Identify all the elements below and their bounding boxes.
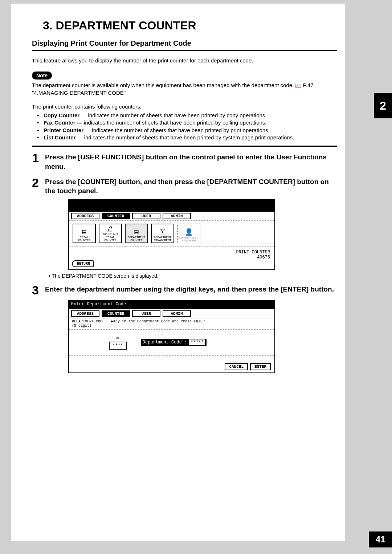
keypad-value[interactable]: **** [109, 342, 127, 350]
printout-total-button[interactable]: 🖨PRINT OUT TOTAL COUNTER [99, 224, 122, 243]
total-counter-button[interactable]: ▤TOTAL COUNTER [73, 224, 96, 243]
return-button[interactable]: RETURN [72, 260, 94, 267]
step-2: 2 Press the [COUNTER] button, and then p… [32, 176, 337, 196]
tab-counter[interactable]: COUNTER [102, 310, 130, 317]
tab-user[interactable]: USER [132, 213, 160, 219]
counter-name: Fax Counter [44, 119, 75, 126]
step-2-sub: • The DEPARTMENT CODE screen is displaye… [49, 273, 337, 279]
icon-label: TOTAL COUNTER [73, 236, 95, 242]
screenshot-body: ADDRESS COUNTER USER ADMIN DEPARTMENT CO… [69, 309, 274, 372]
screenshot-dept-code-entry: Enter Department Code ADDRESS COUNTER US… [68, 300, 275, 373]
print-counter-label: PRINT COUNTER [236, 250, 270, 255]
step-text: Press the [USER FUNCTIONS] button on the… [45, 152, 337, 171]
enter-button[interactable]: ENTER [250, 363, 271, 370]
counter-item: Printer Counter — indicates the number o… [39, 127, 337, 134]
dept-counter-icon: ▤ [135, 229, 139, 235]
counter-item: Copy Counter — indicates the number of s… [39, 112, 337, 119]
tab-address[interactable]: ADDRESS [71, 310, 99, 317]
book-icon: 📖 [295, 82, 301, 89]
icon-label: DEPARTMENT COUNTER [126, 236, 147, 242]
chapter-tab: 2 [374, 93, 392, 118]
counter-name: List Counter [44, 134, 75, 140]
step-number: 2 [32, 176, 45, 196]
tab-counter[interactable]: COUNTER [102, 213, 130, 219]
dialog-title: Enter Department Code [71, 302, 126, 307]
header-band: 3. DEPARTMENT COUNTER [11, 4, 345, 33]
dept-code-display: Department Code : ***** [141, 339, 207, 346]
counter-name: Copy Counter [44, 112, 79, 118]
printer-icon: 🖨 [107, 226, 114, 232]
counter-desc: — indicates the number of sheets that ha… [83, 127, 270, 133]
dept-code-value: ***** [189, 339, 205, 345]
counter-name: Printer Counter [44, 127, 83, 133]
dialog-buttons: CANCEL ENTER [225, 363, 271, 370]
icon-label: DEPARTMENT MANAGEMENT [152, 236, 173, 242]
icon-button-row: ▤TOTAL COUNTER 🖨PRINT OUT TOTAL COUNTER … [69, 221, 274, 247]
counter-desc: — indicates the number of sheets that ha… [79, 112, 266, 118]
intro-text: This feature allows you to display the n… [32, 57, 337, 64]
cancel-button[interactable]: CANCEL [225, 363, 248, 370]
print-counter-readout: PRINT COUNTER 49675 [236, 250, 270, 260]
step-3: 3 Enter the department number using the … [32, 284, 337, 296]
icon-label: PRINT OUT TOTAL COUNTER [99, 233, 121, 242]
department-management-button[interactable]: ⚿DEPARTMENT MANAGEMENT [151, 224, 174, 243]
counter-item: List Counter — indicates the number of s… [39, 134, 337, 141]
screenshot-counter-menu: ADDRESS COUNTER USER ADMIN ▤TOTAL COUNTE… [68, 199, 275, 270]
entry-row: ⌨ **** Department Code : ***** [69, 329, 274, 356]
dept-mgmt-icon: ⚿ [159, 229, 166, 235]
content-area: Displaying Print Counter for Department … [32, 36, 337, 376]
instruction-label: DEPARTMENT CODE [72, 319, 105, 323]
step-text: Press the [COUNTER] button, and then pre… [45, 176, 337, 196]
tab-address[interactable]: ADDRESS [71, 213, 99, 219]
counters-intro: The print counter contains following cou… [32, 103, 337, 110]
counter-list: Copy Counter — indicates the number of s… [32, 112, 337, 141]
step-number: 1 [32, 152, 45, 171]
user-icon: 👤 [185, 229, 193, 236]
section-divider [32, 146, 337, 147]
tab-user[interactable]: USER [132, 310, 160, 317]
section-heading: Displaying Print Counter for Department … [32, 39, 337, 48]
screenshot-header [69, 200, 274, 211]
counter-icon: ▤ [82, 229, 86, 235]
keyboard-icon: ⌨ [109, 335, 127, 342]
counter-item: Fax Counter — indicates the number of sh… [39, 119, 337, 126]
tab-admin[interactable]: ADMIN [163, 213, 191, 219]
counter-desc: — indicates the number of sheets that ha… [75, 134, 294, 140]
keypad-group: ⌨ **** [109, 335, 127, 350]
instruction-row: DEPARTMENT CODE ▶Key in the Department C… [69, 318, 274, 329]
change-password-button[interactable]: 👤CHANGE USER PASSWORD [177, 224, 200, 243]
print-counter-value: 49675 [236, 255, 270, 260]
step-number: 3 [32, 284, 45, 296]
department-counter-button[interactable]: ▤DEPARTMENT COUNTER [125, 224, 148, 243]
tab-admin[interactable]: ADMIN [163, 310, 191, 317]
instruction-text: ▶Key in the Department Code and Press EN… [111, 319, 205, 323]
instruction-sub: (5-digit) [72, 324, 91, 328]
screenshot-body: ADDRESS COUNTER USER ADMIN ▤TOTAL COUNTE… [69, 212, 274, 269]
heading-rule [32, 50, 337, 51]
chapter-title: 3. DEPARTMENT COUNTER [43, 19, 196, 32]
note-text: The department counter is available only… [32, 82, 337, 97]
page-number: 41 [369, 531, 392, 547]
dept-code-label: Department Code : [143, 340, 187, 345]
counter-desc: — indicates the number of sheets that ha… [75, 119, 267, 126]
step-1: 1 Press the [USER FUNCTIONS] button on t… [32, 152, 337, 171]
step-text: Enter the department number using the di… [45, 284, 334, 296]
tab-row: ADDRESS COUNTER USER ADMIN [69, 309, 274, 318]
icon-label: CHANGE USER PASSWORD [177, 236, 200, 242]
tab-row: ADDRESS COUNTER USER ADMIN [69, 212, 274, 221]
note-body: The department counter is available only… [32, 82, 295, 88]
note-badge: Note [32, 72, 52, 80]
